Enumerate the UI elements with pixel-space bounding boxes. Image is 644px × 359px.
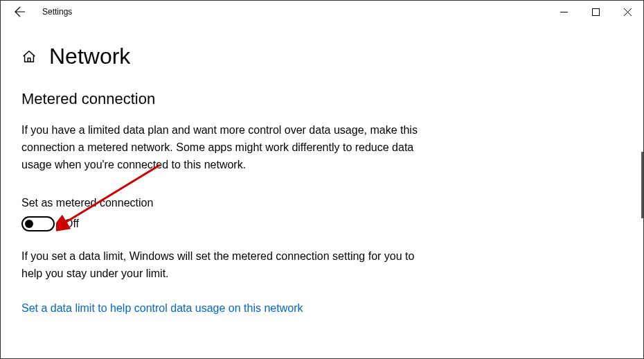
minimize-button[interactable] — [548, 1, 580, 23]
toggle-row: Off — [21, 216, 623, 231]
maximize-icon — [592, 8, 600, 16]
set-data-limit-link[interactable]: Set a data limit to help control data us… — [21, 302, 303, 314]
house-icon — [21, 49, 37, 64]
data-limit-note: If you set a data limit, Windows will se… — [21, 248, 437, 283]
svg-rect-1 — [592, 8, 599, 15]
minimize-icon — [560, 8, 568, 16]
page-title: Network — [49, 44, 130, 69]
page-header: Network — [21, 44, 623, 69]
toggle-knob — [25, 220, 33, 228]
section-description: If you have a limited data plan and want… — [21, 122, 423, 173]
close-icon — [624, 8, 632, 16]
toggle-state-text: Off — [64, 218, 79, 230]
window-controls — [548, 1, 643, 23]
toggle-label: Set as metered connection — [21, 197, 623, 209]
section-title: Metered connection — [21, 90, 623, 108]
arrow-left-icon — [15, 6, 26, 17]
content-area: Network Metered connection If you have a… — [1, 23, 643, 315]
metered-connection-toggle[interactable] — [21, 216, 55, 231]
home-icon[interactable] — [21, 49, 37, 64]
window-title: Settings — [42, 7, 72, 17]
close-button[interactable] — [611, 1, 643, 23]
maximize-button[interactable] — [580, 1, 611, 23]
titlebar: Settings — [1, 1, 643, 23]
back-button[interactable] — [6, 1, 34, 23]
scrollbar-thumb[interactable] — [641, 152, 643, 218]
